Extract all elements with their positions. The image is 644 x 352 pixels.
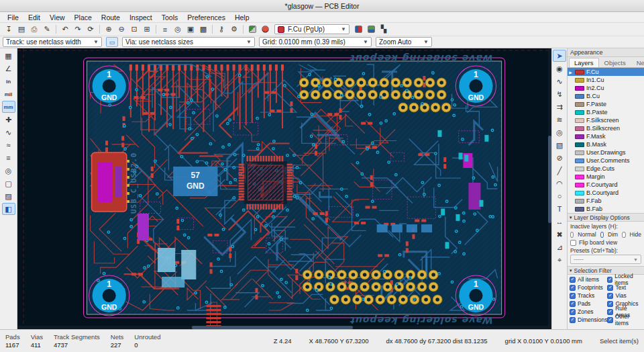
layer-row-user-drawings[interactable]: User.Drawings <box>568 148 644 157</box>
checkbox[interactable]: ✓ <box>570 301 576 307</box>
layer-manager-icon[interactable] <box>352 24 364 35</box>
script-console-icon[interactable]: ▚ <box>378 24 390 35</box>
layer-color-swatch[interactable] <box>575 118 584 123</box>
mounting-hole[interactable]: 1 GND <box>89 275 129 316</box>
layer-row-f-mask[interactable]: F.Mask <box>568 132 644 140</box>
component-bga[interactable]: 57 GND <box>173 167 217 196</box>
zone-display-icon[interactable]: ▩ <box>197 24 209 35</box>
layer-display-options-header[interactable]: ▾ Layer Display Options <box>568 213 644 222</box>
refresh-icon[interactable]: ⟳ <box>85 24 97 35</box>
lock-icon[interactable]: ⚷ <box>215 24 227 35</box>
usb-connector[interactable] <box>92 152 127 212</box>
undo-icon[interactable]: ↶ <box>59 24 71 35</box>
layer-row-b-courtyard[interactable]: B.Courtyard <box>568 189 644 197</box>
cursor-shape-icon[interactable]: ✚ <box>2 114 15 126</box>
checkbox[interactable]: ✓ <box>607 309 613 315</box>
via-size-dropdown[interactable]: Via: use netclass sizes ▼ <box>122 37 255 47</box>
layer-row-f-courtyard[interactable]: F.Courtyard <box>568 181 644 189</box>
checkbox[interactable]: ✓ <box>607 277 612 283</box>
layer-color-swatch[interactable] <box>575 199 584 204</box>
filter-tracks[interactable]: ✓Tracks <box>570 292 607 300</box>
zone-outline-icon[interactable]: ▨ <box>2 190 15 202</box>
filter-zones[interactable]: ✓Zones <box>570 308 607 316</box>
layer-row-b-mask[interactable]: B.Mask <box>568 140 644 148</box>
measure-tool-icon[interactable]: ⊿ <box>553 241 566 253</box>
menu-edit[interactable]: Edit <box>23 13 45 21</box>
zoom-in-icon[interactable]: ⊕ <box>103 24 115 35</box>
layer-color-swatch[interactable] <box>575 102 584 107</box>
track-outline-icon[interactable]: ≡ <box>2 152 15 164</box>
edit-track-width-button[interactable]: ▭ <box>106 37 118 47</box>
appearance-panel-icon[interactable]: ◧ <box>2 203 15 215</box>
checkbox[interactable]: ✓ <box>607 293 613 299</box>
layer-row-margin[interactable]: Margin <box>568 173 644 181</box>
redo-icon[interactable]: ↷ <box>72 24 84 35</box>
layer-row-f-cu[interactable]: ▶F.Cu <box>568 68 644 76</box>
menu-file[interactable]: File <box>3 13 23 21</box>
layer-color-swatch[interactable] <box>575 86 584 91</box>
horizontal-scrollbar[interactable] <box>17 326 551 329</box>
grid-toggle-icon[interactable]: ▦ <box>2 50 15 62</box>
tab-nets[interactable]: Nets <box>631 58 644 67</box>
checkbox[interactable]: ✓ <box>607 301 613 307</box>
layer-row-in2-cu[interactable]: In2.Cu <box>568 84 644 92</box>
radio-dim[interactable] <box>600 232 604 238</box>
route-track-icon[interactable]: ↯ <box>553 88 566 100</box>
layer-color-swatch[interactable] <box>575 207 584 212</box>
footprint-editor-icon[interactable] <box>365 24 377 35</box>
delete-tool-icon[interactable]: ✖ <box>553 228 566 240</box>
units-inches-icon[interactable]: in <box>2 75 15 87</box>
select-tool-icon[interactable]: ➤ <box>553 50 566 62</box>
tab-objects[interactable]: Objects <box>599 58 631 67</box>
presets-dropdown[interactable]: ----- ▼ <box>570 255 641 264</box>
zoom-dropdown[interactable]: Zoom Auto ▼ <box>376 37 432 47</box>
draw-arc-icon[interactable]: ◠ <box>553 177 566 189</box>
drc-check-icon[interactable] <box>259 24 271 35</box>
layer-color-swatch[interactable] <box>575 159 584 163</box>
layer-row-b-paste[interactable]: B.Paste <box>568 108 644 116</box>
menu-inspect[interactable]: Inspect <box>125 13 157 21</box>
tab-layers[interactable]: Layers <box>569 58 599 67</box>
local-ratsnest-icon[interactable]: ∿ <box>553 75 566 87</box>
filter-all-items[interactable]: ✓All items <box>570 275 607 283</box>
layer-color-swatch[interactable] <box>575 78 584 83</box>
checkbox[interactable]: ✓ <box>570 285 576 291</box>
filter-locked-items[interactable]: ✓Locked items <box>607 275 642 283</box>
checkbox[interactable]: ✓ <box>570 317 576 323</box>
layer-row-b-fab[interactable]: B.Fab <box>568 205 644 213</box>
ratsnest-show-icon[interactable]: ∿ <box>2 126 15 138</box>
layer-row-f-silkscreen[interactable]: F.Silkscreen <box>568 116 644 124</box>
checkbox[interactable]: ✓ <box>607 285 613 291</box>
menu-preferences[interactable]: Preferences <box>182 13 230 21</box>
component-qfn[interactable] <box>244 161 287 204</box>
save-icon[interactable]: ↧ <box>3 24 15 35</box>
layer-color-swatch[interactable] <box>575 175 584 179</box>
origin-tool-icon[interactable]: ⌖ <box>553 254 566 266</box>
filter-pads[interactable]: ✓Pads <box>570 300 607 308</box>
layer-color-swatch[interactable] <box>575 94 584 99</box>
radio-hide[interactable] <box>622 232 625 238</box>
menu-place[interactable]: Place <box>70 13 97 21</box>
layer-color-swatch[interactable] <box>575 191 584 195</box>
add-zone-icon[interactable]: ▧ <box>553 139 566 151</box>
track-width-dropdown[interactable]: Track: use netclass width ▼ <box>3 37 102 47</box>
layer-color-swatch[interactable] <box>575 142 584 147</box>
menu-help[interactable]: Help <box>230 13 254 21</box>
mounting-hole[interactable]: 1 GND <box>89 66 129 106</box>
board-setup-icon[interactable]: ⚙ <box>228 24 240 35</box>
pad-outline-icon[interactable]: ▢ <box>2 177 15 189</box>
print-icon[interactable]: ⎙ <box>28 24 40 35</box>
filter-text[interactable]: ✓Text <box>607 283 642 292</box>
layer-selector-dropdown[interactable]: F.Cu (PgUp) ▼ <box>274 24 350 34</box>
mounting-hole[interactable]: 1 GND <box>455 275 496 316</box>
rule-area-icon[interactable]: ⊘ <box>553 152 566 164</box>
ratsnest-curved-icon[interactable]: ≈ <box>2 139 15 151</box>
add-text-icon[interactable]: T <box>553 203 566 215</box>
layer-row-user-comments[interactable]: User.Comments <box>568 157 644 165</box>
filter-dimensions[interactable]: ✓Dimensions <box>570 316 607 324</box>
layer-color-swatch[interactable] <box>575 183 584 187</box>
layer-color-swatch[interactable] <box>575 167 584 171</box>
layer-color-swatch[interactable] <box>575 150 584 155</box>
pcb-canvas-area[interactable]: USB_C_USB2.0 57 GND 1 GND <box>17 48 551 329</box>
radio-normal[interactable] <box>570 232 574 238</box>
